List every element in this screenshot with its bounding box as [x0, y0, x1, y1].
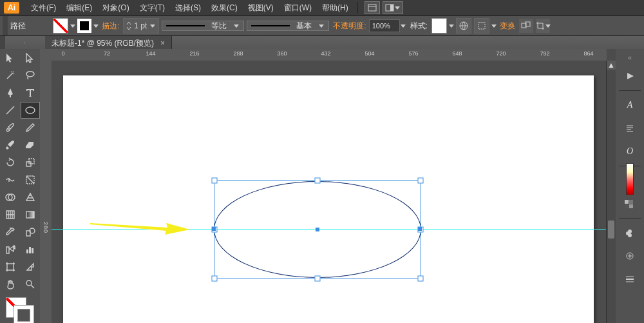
direct-selection-tool[interactable] — [21, 50, 40, 66]
stroke-swatch[interactable] — [77, 19, 91, 33]
menu-window[interactable]: 窗口(W) — [279, 3, 317, 14]
opentype-panel-button[interactable]: O — [620, 142, 639, 161]
align-panel-button[interactable] — [474, 18, 489, 34]
fill-swatch[interactable] — [53, 18, 68, 34]
chevron-down-icon[interactable] — [93, 23, 99, 29]
perspective-grid-tool[interactable] — [21, 189, 40, 206]
bbox-center[interactable] — [316, 228, 319, 231]
recolor-button[interactable] — [456, 18, 471, 34]
swatches-panel-button[interactable] — [620, 195, 639, 213]
bbox-handle-nw[interactable] — [212, 178, 218, 184]
menu-object[interactable]: 对象(O) — [97, 3, 134, 14]
brushes-panel-button[interactable] — [620, 224, 639, 242]
stroke-label[interactable]: 描边: — [102, 21, 119, 32]
tools-collapse-dots[interactable]: » — [5, 36, 45, 50]
eraser-tool[interactable] — [21, 137, 40, 153]
artboard-tool[interactable] — [1, 259, 20, 275]
menu-file[interactable]: 文件(F) — [26, 3, 61, 14]
pen-tool[interactable] — [1, 84, 20, 101]
blob-brush-tool[interactable] — [1, 137, 20, 153]
graphic-style-swatch[interactable] — [431, 18, 447, 34]
svg-rect-30 — [629, 204, 633, 208]
collapse-dock-button[interactable]: « — [620, 53, 639, 62]
transform-label[interactable]: 变换 — [500, 21, 515, 32]
bbox-handle-ne[interactable] — [418, 178, 424, 184]
arrange-button[interactable] — [536, 19, 550, 33]
gradient-tool[interactable] — [21, 206, 40, 223]
eraser-icon — [25, 140, 35, 150]
lasso-tool[interactable] — [21, 67, 40, 84]
chevron-down-icon[interactable] — [70, 23, 76, 29]
magic-wand-tool[interactable] — [1, 67, 20, 84]
blend-tool[interactable] — [21, 224, 40, 240]
line-tool[interactable] — [1, 102, 20, 119]
menu-edit[interactable]: 编辑(E) — [61, 3, 97, 14]
anchor-point[interactable] — [212, 227, 216, 231]
paragraph-panel-button[interactable] — [620, 119, 639, 137]
brush-definition-dropdown[interactable]: 基本 — [247, 21, 329, 31]
chevron-down-icon[interactable] — [448, 23, 455, 29]
color-panel-button[interactable] — [620, 171, 639, 190]
symbols-panel-button[interactable] — [620, 247, 639, 265]
stroke-panel-button[interactable] — [620, 270, 639, 288]
bbox-handle-s[interactable] — [315, 276, 321, 282]
canvas-stage[interactable] — [52, 61, 607, 323]
pencil-tool[interactable] — [21, 119, 40, 136]
fill-stroke-control[interactable] — [6, 297, 34, 323]
width-profile-dropdown[interactable]: 等比 — [162, 21, 244, 31]
scale-tool[interactable] — [21, 154, 40, 171]
dock-gutter[interactable] — [3, 16, 8, 35]
vertical-scrollbar[interactable]: ▲ — [606, 61, 616, 323]
menu-help[interactable]: 帮助(H) — [317, 3, 354, 14]
width-tool[interactable] — [1, 171, 20, 188]
bbox-handle-sw[interactable] — [212, 276, 218, 282]
rotate-tool[interactable] — [1, 154, 20, 171]
stroke-weight-input[interactable]: 1 pt — [123, 18, 159, 34]
hand-tool[interactable] — [1, 276, 20, 293]
panel-play-button[interactable] — [620, 67, 639, 85]
menu-select[interactable]: 选择(S) — [170, 3, 206, 14]
symbol-sprayer-tool[interactable] — [1, 241, 20, 258]
close-tab-button[interactable]: × — [160, 39, 165, 48]
chevron-down-icon[interactable] — [491, 23, 497, 29]
menu-type[interactable]: 文字(T) — [135, 3, 170, 14]
ellipse-tool[interactable] — [21, 102, 40, 119]
document-tab[interactable]: 未标题-1* @ 95% (RGB/预览) × — [45, 36, 172, 50]
horizontal-ruler[interactable]: 0 72 144 216 288 360 432 504 576 648 720… — [52, 49, 607, 61]
free-transform-tool[interactable] — [21, 171, 40, 188]
svg-point-18 — [14, 246, 15, 247]
lines-icon — [625, 275, 635, 284]
line-preview — [166, 25, 205, 26]
vertical-ruler[interactable]: 280 — [40, 61, 52, 323]
scroll-thumb[interactable] — [608, 220, 614, 239]
opacity-input[interactable] — [369, 19, 400, 32]
dock-gutter[interactable] — [0, 36, 5, 50]
bbox-handle-se[interactable] — [418, 276, 424, 282]
opacity-label[interactable]: 不透明度: — [333, 21, 366, 32]
mesh-tool[interactable] — [1, 206, 20, 223]
menu-view[interactable]: 视图(V) — [243, 3, 279, 14]
selection-bounding-box[interactable] — [214, 180, 421, 279]
selection-tool[interactable] — [1, 50, 20, 66]
stroke-indicator[interactable] — [14, 305, 34, 323]
eyedropper-tool[interactable] — [1, 224, 20, 240]
type-tool[interactable] — [21, 84, 40, 101]
menu-effect[interactable]: 效果(C) — [206, 3, 243, 14]
chevron-down-icon[interactable] — [400, 23, 406, 29]
selection-type-label: 路径 — [10, 21, 49, 32]
layout-doc-button[interactable] — [365, 1, 380, 14]
paintbrush-tool[interactable] — [1, 119, 20, 136]
isolate-button[interactable] — [519, 19, 533, 33]
type-icon — [25, 88, 35, 98]
zoom-tool[interactable] — [21, 276, 40, 293]
column-graph-tool[interactable] — [21, 241, 40, 258]
slice-tool[interactable] — [21, 259, 40, 275]
shape-builder-tool[interactable] — [1, 189, 20, 206]
svg-rect-10 — [29, 159, 34, 164]
character-panel-button[interactable]: A — [620, 96, 639, 114]
anchor-point[interactable] — [418, 227, 422, 231]
ruler-origin[interactable] — [40, 49, 52, 61]
bbox-handle-n[interactable] — [315, 178, 321, 184]
scroll-up-button[interactable]: ▲ — [607, 61, 616, 70]
workspace-switcher[interactable] — [383, 1, 403, 14]
